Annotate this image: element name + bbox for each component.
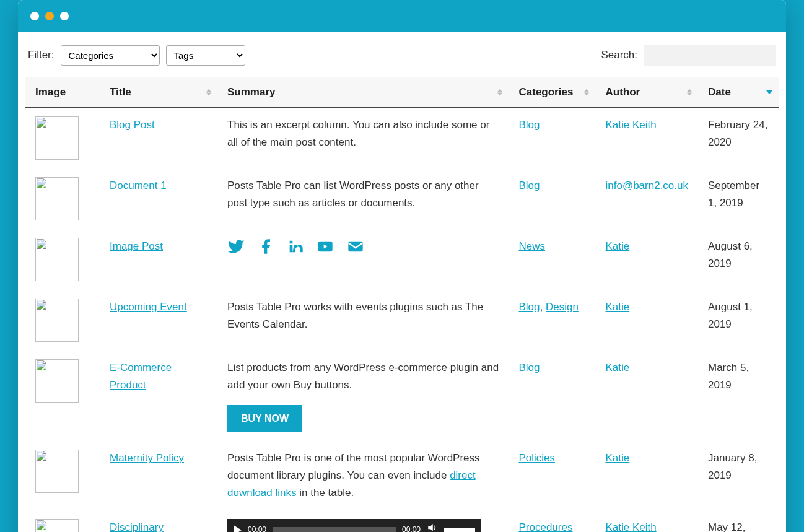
table-row: Document 1Posts Table Pro can list WordP… xyxy=(25,168,779,229)
post-title-link[interactable]: Maternity Policy xyxy=(110,452,184,464)
speaker-icon[interactable] xyxy=(427,521,438,532)
audio-player[interactable]: 00:00 00:00 xyxy=(227,519,481,532)
post-categories: Procedures xyxy=(509,510,595,532)
post-title-link[interactable]: Disciplinary xyxy=(110,521,164,532)
buy-now-button[interactable]: BUY NOW xyxy=(227,405,302,432)
post-thumbnail[interactable] xyxy=(35,299,79,342)
linkedin-icon[interactable] xyxy=(287,238,304,261)
post-title-link[interactable]: Blog Post xyxy=(110,119,155,131)
post-categories: Blog xyxy=(509,108,595,169)
twitter-icon[interactable] xyxy=(227,238,245,261)
header-categories[interactable]: Categories xyxy=(509,77,595,108)
categories-filter-select[interactable]: Categories xyxy=(61,45,160,66)
category-link[interactable]: Blog xyxy=(518,301,540,313)
svg-rect-2 xyxy=(348,242,362,251)
author-link[interactable]: Katie xyxy=(605,362,629,373)
volume-slider[interactable] xyxy=(444,528,475,532)
author-link[interactable]: Katie xyxy=(605,240,629,252)
category-link[interactable]: Policies xyxy=(518,452,555,464)
post-summary: List products from any WordPress e-comme… xyxy=(217,351,509,441)
audio-total-time: 00:00 xyxy=(402,524,421,532)
window-titlebar xyxy=(18,0,786,32)
post-summary: Posts Table Pro is one of the most popul… xyxy=(217,441,509,510)
filter-label: Filter: xyxy=(28,49,55,61)
post-title-link[interactable]: E-Commerce Product xyxy=(110,362,172,391)
traffic-light-maximize[interactable] xyxy=(60,12,69,20)
search-label: Search: xyxy=(601,49,637,61)
header-summary[interactable]: Summary xyxy=(217,77,509,108)
author-link[interactable]: Katie Keith xyxy=(605,521,656,532)
table-row: Blog PostThis is an excerpt column. You … xyxy=(25,108,779,169)
table-controls: Filter: Categories Tags Search: xyxy=(25,45,779,66)
post-date: March 5, 2019 xyxy=(698,351,779,441)
post-summary: This is an excerpt column. You can also … xyxy=(217,108,509,169)
header-date[interactable]: Date xyxy=(698,77,779,108)
author-link[interactable]: Katie Keith xyxy=(605,119,656,131)
traffic-light-minimize[interactable] xyxy=(45,12,54,20)
browser-window: Filter: Categories Tags Search: Image Ti… xyxy=(18,0,786,532)
post-thumbnail[interactable] xyxy=(35,116,79,160)
sort-icon xyxy=(497,89,502,96)
category-link[interactable]: Procedures xyxy=(518,521,572,532)
sort-icon xyxy=(206,89,211,96)
post-thumbnail[interactable] xyxy=(35,177,79,220)
post-thumbnail[interactable] xyxy=(35,359,79,403)
table-row: Upcoming EventPosts Table Pro works with… xyxy=(25,290,779,351)
post-summary: Posts Table Pro can list WordPress posts… xyxy=(217,168,509,229)
tags-filter-select[interactable]: Tags xyxy=(166,45,245,66)
table-row: Maternity PolicyPosts Table Pro is one o… xyxy=(25,441,779,510)
post-thumbnail[interactable] xyxy=(35,519,79,532)
audio-current-time: 00:00 xyxy=(248,524,266,532)
header-author[interactable]: Author xyxy=(595,77,698,108)
mail-icon[interactable] xyxy=(346,238,365,261)
post-title-link[interactable]: Image Post xyxy=(110,240,163,252)
page-content: Filter: Categories Tags Search: Image Ti… xyxy=(18,32,786,532)
post-date: September 1, 2019 xyxy=(698,168,779,229)
post-summary: Posts Table Pro works with events plugin… xyxy=(217,290,509,351)
post-date: February 24, 2020 xyxy=(698,108,779,169)
search-input[interactable] xyxy=(644,45,776,66)
youtube-icon[interactable] xyxy=(317,238,334,261)
table-row: E-Commerce ProductList products from any… xyxy=(25,351,779,441)
posts-table: Image Title Summary Categories xyxy=(25,77,779,532)
author-link[interactable]: Katie xyxy=(605,301,629,313)
header-title[interactable]: Title xyxy=(100,77,217,108)
post-categories: Policies xyxy=(509,441,595,510)
svg-marker-3 xyxy=(428,524,433,531)
post-date: May 12, 2018 xyxy=(698,510,779,532)
post-categories: Blog xyxy=(509,168,595,229)
category-link[interactable]: Blog xyxy=(518,362,540,373)
table-row: Image Post NewsKatieAugust 6, 2019 xyxy=(25,229,779,290)
author-link[interactable]: Katie xyxy=(605,452,629,464)
post-date: January 8, 2019 xyxy=(698,441,779,510)
play-icon[interactable] xyxy=(234,525,242,532)
audio-progress[interactable] xyxy=(273,527,396,532)
post-summary: 00:00 00:00 xyxy=(217,510,509,532)
post-date: August 1, 2019 xyxy=(698,290,779,351)
table-row: Disciplinary 00:00 00:00 ProceduresKatie… xyxy=(25,510,779,532)
post-title-link[interactable]: Upcoming Event xyxy=(110,301,187,313)
sort-icon xyxy=(584,89,589,96)
post-date: August 6, 2019 xyxy=(698,229,779,290)
post-thumbnail[interactable] xyxy=(35,450,79,493)
traffic-light-close[interactable] xyxy=(30,12,39,20)
category-link[interactable]: Blog xyxy=(518,119,540,131)
sort-icon-active xyxy=(766,90,772,94)
post-title-link[interactable]: Document 1 xyxy=(110,180,167,191)
sort-icon xyxy=(687,89,692,96)
post-categories: News xyxy=(509,229,595,290)
post-categories: Blog xyxy=(509,351,595,441)
author-link[interactable]: info@barn2.co.uk xyxy=(605,180,688,191)
category-link[interactable]: Blog xyxy=(518,180,540,191)
facebook-icon[interactable] xyxy=(257,238,274,261)
post-thumbnail[interactable] xyxy=(35,238,79,281)
category-link[interactable]: Design xyxy=(546,301,579,313)
post-summary xyxy=(217,229,509,290)
category-link[interactable]: News xyxy=(518,240,545,252)
post-categories: Blog, Design xyxy=(509,290,595,351)
header-image: Image xyxy=(25,77,100,108)
